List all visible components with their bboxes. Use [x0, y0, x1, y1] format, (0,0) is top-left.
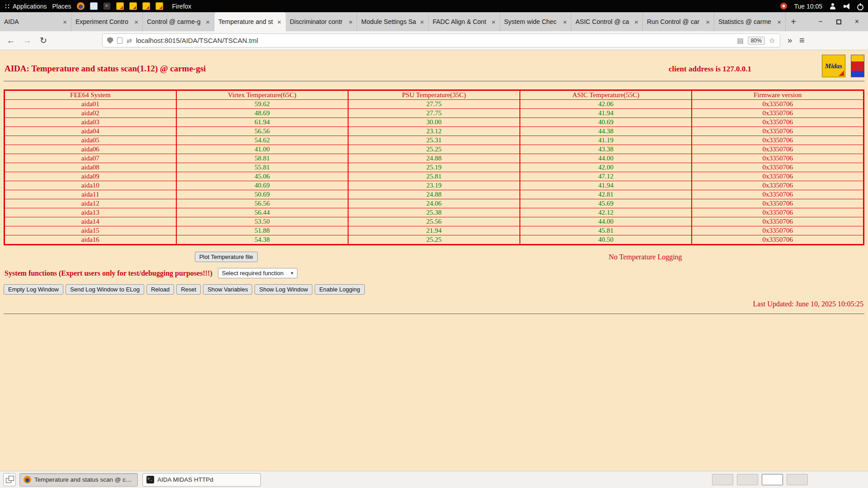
- system-functions-row: System functions (Expert users only for …: [4, 268, 864, 278]
- maximize-button[interactable]: [836, 19, 841, 24]
- new-tab-button[interactable]: +: [786, 12, 801, 31]
- column-header: PSU Temperature(35C): [348, 90, 520, 100]
- reset-button[interactable]: Reset: [176, 284, 201, 295]
- terminal-icon[interactable]: [103, 2, 111, 10]
- browser-tab[interactable]: Temperature and st×: [214, 12, 286, 31]
- firefox-icon: [24, 476, 31, 483]
- reader-mode-icon[interactable]: ▤: [737, 37, 743, 45]
- tab-close-icon[interactable]: ×: [491, 18, 495, 26]
- table-row: aida0641.0025.2543.380x3350706: [5, 145, 864, 154]
- taskbar-window-button[interactable]: AIDA MIDAS HTTPd: [142, 473, 261, 487]
- reload-button[interactable]: ↻: [39, 35, 48, 46]
- url-bar[interactable]: ⇄ localhost:8015/AIDA/TSCAN/TSCAN.tml ▤ …: [102, 33, 780, 47]
- last-updated: Last Updated: June 10, 2025 10:05:25: [4, 300, 864, 308]
- taskbar: Temperature and status scan @ car...AIDA…: [0, 471, 868, 488]
- midas-window-icon[interactable]: [116, 2, 124, 10]
- browser-tab[interactable]: Control @ carme-g×: [143, 12, 214, 31]
- notification-icon[interactable]: [780, 3, 787, 9]
- window-label: AIDA MIDAS HTTPd: [157, 476, 213, 483]
- user-icon[interactable]: [829, 3, 836, 10]
- tab-close-icon[interactable]: ×: [420, 18, 424, 26]
- function-select[interactable]: Select required function ▾: [218, 268, 297, 278]
- asic-temperature: 47.12: [520, 172, 692, 181]
- workspace-3[interactable]: [762, 474, 783, 485]
- firmware-version: 0x3350706: [692, 100, 863, 109]
- hamburger-menu-icon[interactable]: ≡: [799, 35, 805, 46]
- minimize-button[interactable]: −: [818, 18, 822, 26]
- midas-window-icon[interactable]: [156, 2, 163, 10]
- tab-close-icon[interactable]: ×: [777, 18, 781, 26]
- tab-close-icon[interactable]: ×: [63, 18, 67, 26]
- show-variables-button[interactable]: Show Variables: [203, 284, 252, 295]
- swap-icon[interactable]: ⇄: [127, 37, 132, 44]
- zoom-level[interactable]: 80%: [748, 37, 765, 45]
- applications-menu[interactable]: Applications: [5, 3, 47, 10]
- tab-strip: AIDA×Experiment Contro×Control @ carme-g…: [0, 12, 786, 31]
- tab-label: Discriminator contr: [290, 18, 346, 25]
- browser-tab[interactable]: Experiment Contro×: [71, 12, 143, 31]
- logos: Midas: [822, 55, 864, 77]
- browser-tab[interactable]: Run Control @ car×: [643, 12, 714, 31]
- enable-logging-button[interactable]: Enable Logging: [315, 284, 364, 295]
- asic-temperature: 42.81: [520, 190, 692, 199]
- taskbar-window-button[interactable]: Temperature and status scan @ car...: [19, 473, 138, 487]
- bookmark-star-icon[interactable]: ☆: [769, 36, 775, 45]
- browser-tab[interactable]: Discriminator contr×: [286, 12, 357, 31]
- workspace-1[interactable]: [712, 474, 733, 485]
- psu-temperature: 25.19: [348, 163, 520, 172]
- workspace-4[interactable]: [787, 474, 808, 485]
- navigation-toolbar: ← → ↻ ⇄ localhost:8015/AIDA/TSCAN/TSCAN.…: [0, 31, 868, 50]
- power-icon[interactable]: [857, 4, 863, 10]
- asic-temperature: 45.69: [520, 199, 692, 208]
- workspace-2[interactable]: [737, 474, 758, 485]
- back-button[interactable]: ←: [6, 36, 15, 46]
- virtex-temperature: 56.56: [176, 199, 348, 208]
- virtex-temperature: 55.81: [176, 163, 348, 172]
- tab-close-icon[interactable]: ×: [706, 18, 710, 26]
- tab-close-icon[interactable]: ×: [563, 18, 567, 26]
- firefox-icon[interactable]: [77, 2, 85, 10]
- plot-temperature-button[interactable]: Plot Temperature file: [195, 252, 258, 262]
- places-menu[interactable]: Places: [52, 3, 71, 10]
- reload-button[interactable]: Reload: [146, 284, 174, 295]
- browser-tab[interactable]: ASIC Control @ ca×: [571, 12, 643, 31]
- tab-close-icon[interactable]: ×: [134, 18, 138, 26]
- psu-temperature: 30.00: [348, 118, 520, 127]
- send-log-window-to-elog-button[interactable]: Send Log Window to ELog: [66, 284, 144, 295]
- close-button[interactable]: ×: [855, 18, 859, 26]
- firefox-window: AIDA×Experiment Contro×Control @ carme-g…: [0, 12, 868, 50]
- site-info-icon[interactable]: [117, 38, 123, 44]
- browser-tab[interactable]: FADC Align & Cont×: [429, 12, 500, 31]
- volume-icon[interactable]: [843, 3, 850, 10]
- fee64-name: aida01: [5, 100, 176, 109]
- midas-window-icon[interactable]: [142, 2, 150, 10]
- virtex-temperature: 51.88: [176, 226, 348, 235]
- overflow-menu-icon[interactable]: »: [788, 36, 792, 45]
- forward-button[interactable]: →: [23, 36, 32, 46]
- browser-tab[interactable]: Module Settings Sa×: [357, 12, 429, 31]
- shield-icon[interactable]: [107, 37, 113, 44]
- show-desktop-button[interactable]: [3, 473, 16, 486]
- table-header-row: FEE64 SystemVirtex Temperature(65C)PSU T…: [5, 90, 864, 100]
- applications-label: Applications: [13, 3, 47, 10]
- tab-close-icon[interactable]: ×: [634, 18, 638, 26]
- psu-temperature: 25.25: [348, 145, 520, 154]
- fee64-name: aida04: [5, 127, 176, 136]
- table-row: aida0456.5623.1244.380x3350706: [5, 127, 864, 136]
- column-header: Firmware version: [692, 90, 863, 100]
- fee64-name: aida09: [5, 172, 176, 181]
- browser-tab[interactable]: AIDA×: [0, 12, 71, 31]
- browser-tab[interactable]: System wide Chec×: [500, 12, 571, 31]
- tab-close-icon[interactable]: ×: [277, 18, 281, 26]
- url-text[interactable]: localhost:8015/AIDA/TSCAN/TSCAN.tml: [136, 37, 733, 44]
- fee64-name: aida14: [5, 217, 176, 226]
- tab-close-icon[interactable]: ×: [206, 18, 210, 26]
- firmware-version: 0x3350706: [692, 181, 863, 190]
- midas-window-icon[interactable]: [129, 2, 137, 10]
- files-icon[interactable]: [90, 2, 98, 10]
- clock[interactable]: Tue 10:05: [794, 3, 822, 10]
- tab-close-icon[interactable]: ×: [349, 18, 353, 26]
- show-log-window-button[interactable]: Show Log Window: [255, 284, 312, 295]
- browser-tab[interactable]: Statistics @ carme×: [714, 12, 786, 31]
- empty-log-window-button[interactable]: Empty Log Window: [4, 284, 63, 295]
